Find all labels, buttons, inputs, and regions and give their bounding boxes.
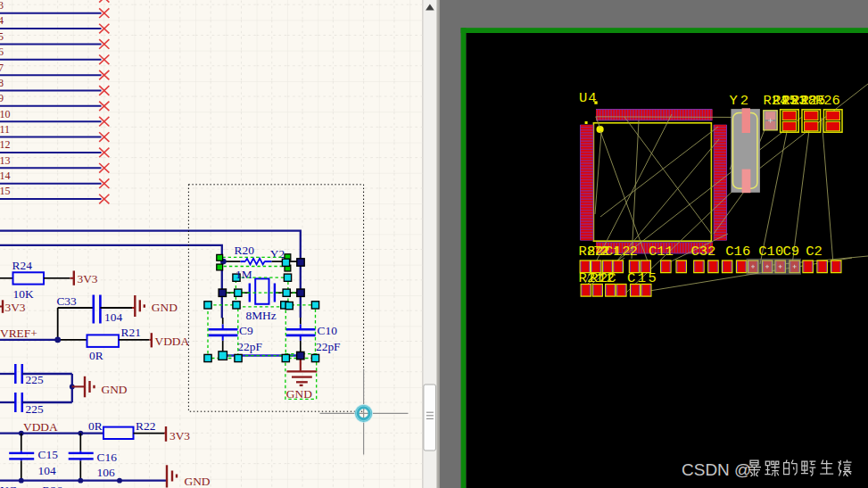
svg-text:GND: GND — [286, 387, 312, 401]
svg-text:C15: C15 — [38, 448, 59, 461]
svg-text:Y2: Y2 — [730, 93, 752, 109]
svg-text:106: 106 — [97, 466, 115, 479]
svg-text:R24: R24 — [12, 259, 33, 272]
svg-text:4: 4 — [0, 14, 4, 27]
svg-text:8: 8 — [0, 77, 4, 89]
svg-text:3: 3 — [0, 0, 4, 12]
svg-text:C10: C10 — [758, 244, 783, 260]
svg-text:0R: 0R — [88, 419, 103, 433]
svg-text:C10: C10 — [318, 324, 338, 337]
svg-text:GND: GND — [185, 475, 211, 488]
svg-text:11: 11 — [0, 123, 10, 136]
svg-text:GND: GND — [152, 301, 178, 314]
svg-text:2: 2 — [630, 244, 638, 260]
svg-text:10: 10 — [0, 108, 11, 120]
svg-text:8MHz: 8MHz — [246, 309, 277, 322]
svg-text:3V3: 3V3 — [5, 301, 26, 314]
svg-text:C11: C11 — [649, 244, 674, 260]
svg-text:22pF: 22pF — [316, 340, 341, 353]
svg-text:CSDN @: CSDN @ — [682, 460, 751, 479]
svg-text:12: 12 — [0, 138, 11, 151]
svg-text:10K: 10K — [13, 287, 34, 301]
svg-text:C9: C9 — [239, 324, 253, 337]
svg-text:C2: C2 — [806, 244, 823, 260]
svg-text:2C: 2C — [599, 270, 616, 286]
svg-text:NC: NC — [0, 484, 17, 488]
svg-text:3V3: 3V3 — [78, 272, 98, 285]
svg-text:R20: R20 — [235, 244, 255, 257]
svg-text:Y2: Y2 — [270, 247, 285, 261]
svg-text:9: 9 — [0, 92, 4, 104]
svg-text:VDDA: VDDA — [23, 420, 58, 434]
svg-text:R26: R26 — [43, 484, 63, 488]
svg-text:R22: R22 — [136, 419, 155, 433]
svg-text:3V3: 3V3 — [169, 429, 190, 443]
svg-text:14: 14 — [0, 170, 11, 182]
svg-text:15: 15 — [0, 185, 11, 197]
svg-text:6: 6 — [0, 45, 4, 58]
svg-text:R26: R26 — [815, 93, 840, 109]
svg-text:GND: GND — [102, 383, 128, 396]
svg-text:13: 13 — [0, 154, 11, 167]
svg-text:C16: C16 — [97, 451, 118, 464]
svg-text:C16: C16 — [725, 244, 750, 260]
svg-text:C32: C32 — [691, 244, 716, 260]
svg-text:C15: C15 — [627, 270, 658, 286]
svg-text:R21: R21 — [121, 326, 141, 339]
svg-text:22pF: 22pF — [237, 340, 262, 353]
svg-text:L2: L2 — [614, 244, 631, 260]
svg-text:0R: 0R — [89, 349, 103, 362]
svg-text:7: 7 — [0, 62, 4, 74]
svg-text:5: 5 — [0, 30, 4, 43]
svg-text:225: 225 — [26, 402, 44, 416]
svg-text:1M: 1M — [236, 268, 252, 281]
svg-text:104: 104 — [38, 464, 56, 477]
svg-text:104: 104 — [104, 310, 122, 324]
svg-text:C9: C9 — [782, 244, 799, 260]
svg-text:VREF+: VREF+ — [0, 327, 37, 340]
svg-text:VDDA: VDDA — [155, 335, 190, 348]
svg-text:225: 225 — [26, 373, 44, 386]
svg-text:C33: C33 — [56, 294, 77, 308]
